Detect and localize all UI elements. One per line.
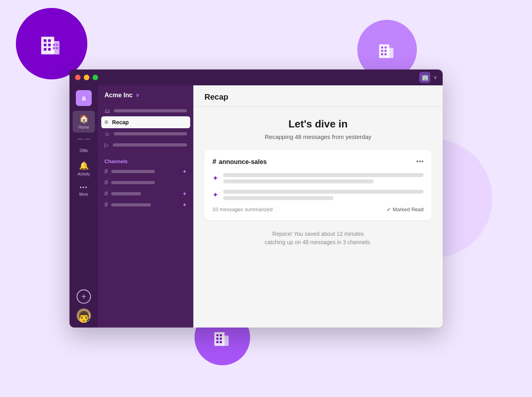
activity-icon: 🔔 bbox=[79, 161, 89, 170]
sidebar-item-dms-label: DMs bbox=[80, 148, 88, 153]
channel-bar-2 bbox=[111, 181, 155, 184]
online-indicator bbox=[87, 319, 91, 323]
summary-item-1: ✦ bbox=[212, 173, 424, 183]
channel-nav-item-4[interactable]: ▷ bbox=[98, 139, 193, 150]
svg-rect-25 bbox=[216, 337, 218, 339]
ai-sparkle-1: ✦ bbox=[182, 168, 187, 175]
svg-rect-26 bbox=[220, 337, 222, 339]
svg-rect-8 bbox=[53, 44, 55, 46]
sidebar-item-activity[interactable]: 🔔 Activity bbox=[73, 158, 95, 179]
summary-line-1b bbox=[223, 179, 374, 183]
svg-rect-9 bbox=[56, 44, 58, 46]
channel-nav-item-recap[interactable]: ≡ Recap bbox=[101, 116, 190, 128]
svg-rect-4 bbox=[44, 44, 46, 46]
svg-rect-19 bbox=[381, 53, 383, 55]
channel-bar-3 bbox=[111, 192, 141, 195]
sidebar-item-dms[interactable]: ⌒⌒ DMs bbox=[73, 134, 95, 156]
channel-bar-4 bbox=[111, 203, 151, 206]
nav-avatar: a bbox=[76, 90, 92, 106]
marked-read-label: Marked Read bbox=[393, 206, 424, 212]
deco-circle-top-left bbox=[16, 8, 87, 79]
channel-item-1[interactable]: # ✦ bbox=[98, 166, 193, 177]
add-button[interactable]: + bbox=[77, 289, 91, 304]
workspace-name: Acme Inc bbox=[104, 92, 133, 99]
building-icon-bottom bbox=[212, 327, 233, 349]
svg-rect-7 bbox=[48, 48, 51, 51]
sidebar-item-home[interactable]: 🏠 Home bbox=[73, 111, 95, 133]
channel-nav-item-1[interactable]: 🗂 bbox=[98, 105, 193, 116]
svg-rect-10 bbox=[53, 47, 55, 49]
sidebar-item-more[interactable]: ••• More bbox=[73, 181, 95, 200]
window-buttons bbox=[75, 75, 98, 80]
channel-card: # announce-sales ••• ✦ bbox=[204, 150, 432, 220]
sparkle-icon-2: ✦ bbox=[212, 191, 218, 199]
summary-lines-1 bbox=[223, 173, 424, 183]
minimize-button[interactable] bbox=[84, 75, 89, 80]
svg-rect-23 bbox=[216, 334, 218, 336]
channel-item-4[interactable]: # ✦ bbox=[98, 199, 193, 210]
channel-nav-icon-4: ▷ bbox=[104, 142, 109, 148]
building-icon-top-right bbox=[376, 39, 398, 61]
title-bar-chevron[interactable]: ∨ bbox=[434, 75, 437, 80]
card-footer: 33 messages summarized ✓ Marked Read bbox=[212, 206, 424, 212]
hash-icon-4: # bbox=[104, 201, 108, 208]
hero-subtext: Recapping 48 messages from yesterday bbox=[204, 133, 432, 140]
channel-nav-items: 🗂 ≡ Recap ☺ ▷ bbox=[98, 105, 193, 150]
ai-sparkle-4: ✦ bbox=[182, 202, 187, 208]
main-header: Recap bbox=[193, 85, 443, 107]
user-avatar bbox=[77, 308, 91, 323]
app-body: a 🏠 Home ⌒⌒ DMs 🔔 Activity ••• More + bbox=[69, 85, 443, 328]
summary-item-2: ✦ bbox=[212, 190, 424, 200]
svg-rect-15 bbox=[381, 46, 383, 48]
channel-sidebar: Acme Inc ∨ 🗂 ≡ Recap ☺ bbox=[98, 85, 193, 328]
svg-rect-5 bbox=[48, 44, 51, 46]
channel-nav-bar-3 bbox=[114, 132, 187, 135]
sidebar-item-more-label: More bbox=[79, 192, 89, 197]
svg-rect-28 bbox=[220, 341, 222, 343]
title-bar-right: 🏢 ∨ bbox=[419, 72, 437, 83]
svg-rect-11 bbox=[56, 47, 58, 49]
building-icon-large bbox=[38, 30, 66, 58]
marked-read-status: ✓ Marked Read bbox=[387, 206, 424, 212]
channel-nav-bar-4 bbox=[113, 143, 187, 146]
sidebar-nav: a 🏠 Home ⌒⌒ DMs 🔔 Activity ••• More + bbox=[69, 85, 98, 328]
card-channel-name: # announce-sales bbox=[212, 158, 267, 166]
svg-rect-22 bbox=[222, 335, 228, 346]
svg-rect-6 bbox=[44, 48, 46, 51]
channel-item-3[interactable]: # ✦ bbox=[98, 188, 193, 199]
card-menu-button[interactable]: ••• bbox=[416, 158, 424, 166]
channel-item-2[interactable]: # bbox=[98, 177, 193, 188]
card-header: # announce-sales ••• bbox=[212, 158, 424, 166]
channel-bar-1 bbox=[111, 170, 155, 173]
sidebar-item-home-label: Home bbox=[79, 125, 89, 129]
channel-nav-bar-1 bbox=[114, 109, 187, 112]
channel-nav-icon-1: 🗂 bbox=[104, 108, 110, 114]
app-window: 🏢 ∨ a 🏠 Home ⌒⌒ DMs 🔔 Activity ••• bbox=[69, 69, 443, 328]
svg-rect-27 bbox=[216, 341, 218, 343]
dms-icon: ⌒⌒ bbox=[77, 137, 91, 147]
sidebar-item-activity-label: Activity bbox=[77, 172, 90, 176]
hash-icon-3: # bbox=[104, 190, 108, 197]
summary-lines-2 bbox=[223, 190, 424, 200]
svg-rect-3 bbox=[48, 39, 51, 42]
recap-icon: ≡ bbox=[104, 119, 108, 126]
ai-sparkle-3: ✦ bbox=[182, 191, 187, 197]
svg-rect-16 bbox=[384, 46, 386, 48]
sparkle-icon-1: ✦ bbox=[212, 174, 218, 183]
check-icon: ✓ bbox=[387, 206, 391, 212]
more-icon: ••• bbox=[80, 184, 88, 191]
card-channel-name-text: announce-sales bbox=[219, 158, 267, 166]
channel-nav-item-3[interactable]: ☺ bbox=[98, 128, 193, 139]
svg-rect-24 bbox=[220, 334, 222, 336]
nav-avatar-initial: a bbox=[82, 94, 86, 102]
close-button[interactable] bbox=[75, 75, 81, 80]
hero-heading: Let's dive in bbox=[204, 118, 432, 130]
page-title: Recap bbox=[204, 93, 432, 102]
title-bar: 🏢 ∨ bbox=[69, 69, 443, 85]
savings-line-1: Rejoice! You saved about 12 minutes bbox=[204, 230, 432, 238]
title-bar-avatar: 🏢 bbox=[419, 72, 430, 83]
workspace-chevron: ∨ bbox=[136, 93, 139, 98]
summary-line-1a bbox=[223, 173, 424, 177]
workspace-header[interactable]: Acme Inc ∨ bbox=[98, 92, 193, 105]
maximize-button[interactable] bbox=[93, 75, 98, 80]
